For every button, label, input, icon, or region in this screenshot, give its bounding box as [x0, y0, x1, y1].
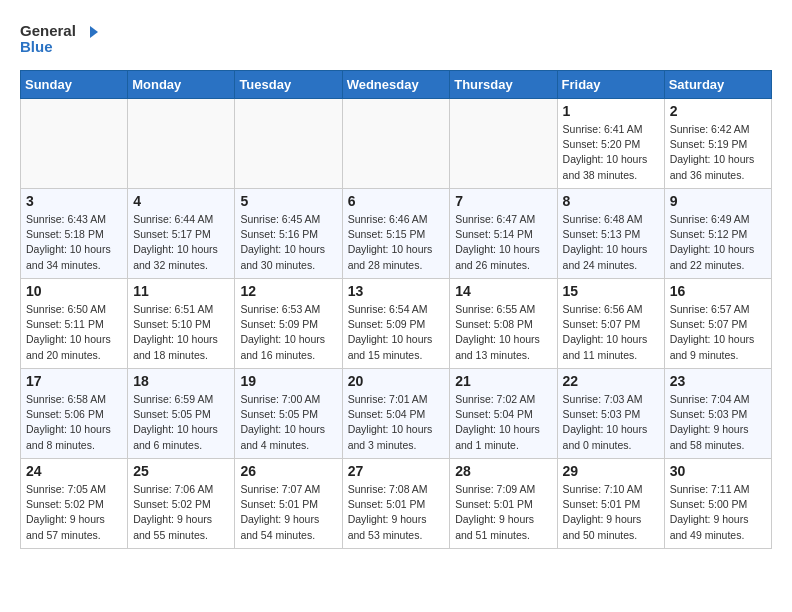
day-cell: [128, 99, 235, 189]
day-cell: 23Sunrise: 7:04 AMSunset: 5:03 PMDayligh…: [664, 369, 771, 459]
day-cell: 30Sunrise: 7:11 AMSunset: 5:00 PMDayligh…: [664, 459, 771, 549]
col-header-thursday: Thursday: [450, 71, 557, 99]
svg-text:Blue: Blue: [20, 38, 53, 55]
day-number: 2: [670, 103, 766, 119]
day-number: 28: [455, 463, 551, 479]
day-info: Sunrise: 7:11 AMSunset: 5:00 PMDaylight:…: [670, 482, 766, 543]
day-info: Sunrise: 6:42 AMSunset: 5:19 PMDaylight:…: [670, 122, 766, 183]
day-number: 16: [670, 283, 766, 299]
day-info: Sunrise: 7:01 AMSunset: 5:04 PMDaylight:…: [348, 392, 445, 453]
col-header-tuesday: Tuesday: [235, 71, 342, 99]
day-info: Sunrise: 7:08 AMSunset: 5:01 PMDaylight:…: [348, 482, 445, 543]
day-number: 1: [563, 103, 659, 119]
day-cell: 16Sunrise: 6:57 AMSunset: 5:07 PMDayligh…: [664, 279, 771, 369]
week-row-3: 10Sunrise: 6:50 AMSunset: 5:11 PMDayligh…: [21, 279, 772, 369]
day-cell: 11Sunrise: 6:51 AMSunset: 5:10 PMDayligh…: [128, 279, 235, 369]
day-number: 25: [133, 463, 229, 479]
day-info: Sunrise: 7:07 AMSunset: 5:01 PMDaylight:…: [240, 482, 336, 543]
day-number: 21: [455, 373, 551, 389]
day-number: 4: [133, 193, 229, 209]
day-cell: [235, 99, 342, 189]
day-cell: 19Sunrise: 7:00 AMSunset: 5:05 PMDayligh…: [235, 369, 342, 459]
header-row: SundayMondayTuesdayWednesdayThursdayFrid…: [21, 71, 772, 99]
week-row-1: 1Sunrise: 6:41 AMSunset: 5:20 PMDaylight…: [21, 99, 772, 189]
day-cell: 5Sunrise: 6:45 AMSunset: 5:16 PMDaylight…: [235, 189, 342, 279]
day-info: Sunrise: 7:02 AMSunset: 5:04 PMDaylight:…: [455, 392, 551, 453]
day-cell: [21, 99, 128, 189]
week-row-2: 3Sunrise: 6:43 AMSunset: 5:18 PMDaylight…: [21, 189, 772, 279]
day-cell: 9Sunrise: 6:49 AMSunset: 5:12 PMDaylight…: [664, 189, 771, 279]
day-info: Sunrise: 6:45 AMSunset: 5:16 PMDaylight:…: [240, 212, 336, 273]
day-info: Sunrise: 6:46 AMSunset: 5:15 PMDaylight:…: [348, 212, 445, 273]
day-cell: 26Sunrise: 7:07 AMSunset: 5:01 PMDayligh…: [235, 459, 342, 549]
day-info: Sunrise: 6:54 AMSunset: 5:09 PMDaylight:…: [348, 302, 445, 363]
day-cell: 25Sunrise: 7:06 AMSunset: 5:02 PMDayligh…: [128, 459, 235, 549]
day-number: 17: [26, 373, 122, 389]
day-number: 7: [455, 193, 551, 209]
day-info: Sunrise: 6:53 AMSunset: 5:09 PMDaylight:…: [240, 302, 336, 363]
day-info: Sunrise: 7:04 AMSunset: 5:03 PMDaylight:…: [670, 392, 766, 453]
day-info: Sunrise: 6:56 AMSunset: 5:07 PMDaylight:…: [563, 302, 659, 363]
day-info: Sunrise: 7:05 AMSunset: 5:02 PMDaylight:…: [26, 482, 122, 543]
day-cell: [450, 99, 557, 189]
week-row-5: 24Sunrise: 7:05 AMSunset: 5:02 PMDayligh…: [21, 459, 772, 549]
calendar-table: SundayMondayTuesdayWednesdayThursdayFrid…: [20, 70, 772, 549]
day-info: Sunrise: 6:50 AMSunset: 5:11 PMDaylight:…: [26, 302, 122, 363]
day-number: 8: [563, 193, 659, 209]
day-info: Sunrise: 6:44 AMSunset: 5:17 PMDaylight:…: [133, 212, 229, 273]
day-cell: 28Sunrise: 7:09 AMSunset: 5:01 PMDayligh…: [450, 459, 557, 549]
col-header-sunday: Sunday: [21, 71, 128, 99]
day-number: 26: [240, 463, 336, 479]
day-number: 6: [348, 193, 445, 209]
logo: GeneralBlue: [20, 20, 100, 60]
day-cell: 6Sunrise: 6:46 AMSunset: 5:15 PMDaylight…: [342, 189, 450, 279]
day-number: 24: [26, 463, 122, 479]
day-info: Sunrise: 6:47 AMSunset: 5:14 PMDaylight:…: [455, 212, 551, 273]
col-header-wednesday: Wednesday: [342, 71, 450, 99]
col-header-friday: Friday: [557, 71, 664, 99]
logo-svg: GeneralBlue: [20, 20, 100, 60]
day-cell: 7Sunrise: 6:47 AMSunset: 5:14 PMDaylight…: [450, 189, 557, 279]
day-number: 5: [240, 193, 336, 209]
day-cell: [342, 99, 450, 189]
col-header-saturday: Saturday: [664, 71, 771, 99]
col-header-monday: Monday: [128, 71, 235, 99]
day-number: 13: [348, 283, 445, 299]
header: GeneralBlue: [20, 20, 772, 60]
day-cell: 18Sunrise: 6:59 AMSunset: 5:05 PMDayligh…: [128, 369, 235, 459]
day-cell: 17Sunrise: 6:58 AMSunset: 5:06 PMDayligh…: [21, 369, 128, 459]
day-number: 11: [133, 283, 229, 299]
day-number: 27: [348, 463, 445, 479]
day-cell: 22Sunrise: 7:03 AMSunset: 5:03 PMDayligh…: [557, 369, 664, 459]
day-number: 15: [563, 283, 659, 299]
day-cell: 20Sunrise: 7:01 AMSunset: 5:04 PMDayligh…: [342, 369, 450, 459]
day-number: 19: [240, 373, 336, 389]
week-row-4: 17Sunrise: 6:58 AMSunset: 5:06 PMDayligh…: [21, 369, 772, 459]
day-cell: 10Sunrise: 6:50 AMSunset: 5:11 PMDayligh…: [21, 279, 128, 369]
day-number: 20: [348, 373, 445, 389]
day-number: 23: [670, 373, 766, 389]
day-info: Sunrise: 7:00 AMSunset: 5:05 PMDaylight:…: [240, 392, 336, 453]
day-info: Sunrise: 7:10 AMSunset: 5:01 PMDaylight:…: [563, 482, 659, 543]
day-info: Sunrise: 6:58 AMSunset: 5:06 PMDaylight:…: [26, 392, 122, 453]
day-cell: 29Sunrise: 7:10 AMSunset: 5:01 PMDayligh…: [557, 459, 664, 549]
day-cell: 24Sunrise: 7:05 AMSunset: 5:02 PMDayligh…: [21, 459, 128, 549]
day-cell: 8Sunrise: 6:48 AMSunset: 5:13 PMDaylight…: [557, 189, 664, 279]
day-info: Sunrise: 6:41 AMSunset: 5:20 PMDaylight:…: [563, 122, 659, 183]
day-info: Sunrise: 7:06 AMSunset: 5:02 PMDaylight:…: [133, 482, 229, 543]
day-info: Sunrise: 7:09 AMSunset: 5:01 PMDaylight:…: [455, 482, 551, 543]
day-cell: 21Sunrise: 7:02 AMSunset: 5:04 PMDayligh…: [450, 369, 557, 459]
day-info: Sunrise: 6:57 AMSunset: 5:07 PMDaylight:…: [670, 302, 766, 363]
day-info: Sunrise: 7:03 AMSunset: 5:03 PMDaylight:…: [563, 392, 659, 453]
day-info: Sunrise: 6:48 AMSunset: 5:13 PMDaylight:…: [563, 212, 659, 273]
day-number: 29: [563, 463, 659, 479]
day-cell: 27Sunrise: 7:08 AMSunset: 5:01 PMDayligh…: [342, 459, 450, 549]
day-number: 12: [240, 283, 336, 299]
day-number: 18: [133, 373, 229, 389]
day-number: 30: [670, 463, 766, 479]
day-cell: 15Sunrise: 6:56 AMSunset: 5:07 PMDayligh…: [557, 279, 664, 369]
svg-text:General: General: [20, 22, 76, 39]
day-info: Sunrise: 6:59 AMSunset: 5:05 PMDaylight:…: [133, 392, 229, 453]
day-info: Sunrise: 6:43 AMSunset: 5:18 PMDaylight:…: [26, 212, 122, 273]
day-cell: 3Sunrise: 6:43 AMSunset: 5:18 PMDaylight…: [21, 189, 128, 279]
